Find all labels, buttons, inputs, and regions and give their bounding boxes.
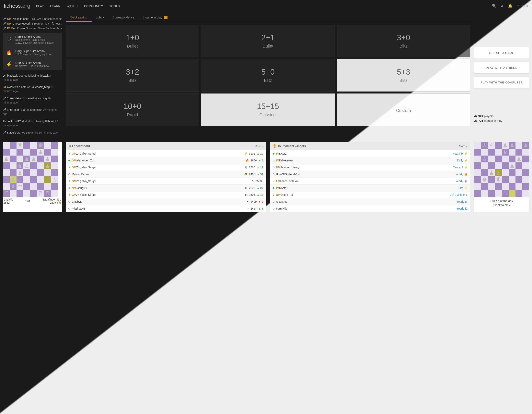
board-square	[51, 183, 58, 190]
streamer-item[interactable]: 🎤 NM ChessNetwork Streamer !Team [Chess.…	[3, 21, 62, 26]
nav-community[interactable]: COMMUNITY	[84, 4, 103, 8]
board-square	[30, 183, 37, 190]
feed-item[interactable]: 🎤 Eric Rosen started streaming 27 minute…	[3, 108, 61, 116]
leaderboard-row[interactable]: ✦GM Zhigalko_Sergei🐰 2765 ▲ 11	[66, 164, 266, 171]
board-square: ♟	[502, 142, 509, 149]
leaderboard-more[interactable]: More »	[255, 145, 263, 148]
leaderboard-row[interactable]: ✦GM Zhigalko_Sergei⚡ 3101 ▲ 10	[66, 150, 266, 157]
pairing-cell[interactable]: 5+0Blitz	[201, 59, 335, 92]
feed-item[interactable]: Dr_blablabla started following thibault …	[3, 74, 61, 82]
winner-row[interactable]: FarmvilleYearly ⚃	[270, 205, 470, 212]
create-game-button[interactable]: CREATE A GAME	[474, 47, 529, 59]
nav-play[interactable]: PLAY	[36, 4, 44, 8]
leaderboard-row[interactable]: ✦GM Zhigalko_Sergei↖ 2523	[66, 178, 266, 185]
logo[interactable]: lichess.org	[4, 3, 30, 9]
board-square	[509, 169, 515, 176]
tab-lobby[interactable]: Lobby	[92, 13, 108, 22]
leaderboard-row[interactable]: ClasbyD⚑ 2499 ▼ 2	[66, 198, 266, 205]
board-square	[474, 156, 481, 162]
board-square	[495, 149, 502, 156]
board-square	[23, 149, 30, 156]
pairing-cell[interactable]: 15+15Classical	[201, 93, 335, 126]
board-square	[515, 149, 522, 156]
board-square	[522, 190, 529, 197]
board-square	[44, 142, 51, 149]
winner-row[interactable]: IM DrMelekessDaily ⚡	[270, 157, 470, 164]
leaderboard-row[interactable]: ✦GM Zhigalko_Sergei⚃ 2601 ▲ 17	[66, 192, 266, 198]
status-dot	[273, 160, 275, 161]
notification-icon[interactable]: 🔔	[508, 4, 512, 8]
leaderboard-row[interactable]: Fritzi_2003≡ 2417 ▲ 8	[66, 205, 266, 212]
winner-row[interactable]: BornOfGodAndVoidYearly 🔥	[270, 171, 470, 178]
nav-watch[interactable]: WATCH	[67, 4, 78, 8]
board-square	[488, 176, 495, 183]
play-computer-button[interactable]: PLAY WITH THE COMPUTER	[474, 77, 529, 88]
shield-icon: 🛡	[6, 36, 13, 43]
winner-row[interactable]: recastrovYearly ⊞	[270, 198, 470, 205]
search-icon[interactable]: 🔍	[492, 4, 496, 8]
tab-in-play[interactable]: 1 game in play 1	[139, 13, 172, 22]
pairing-cell[interactable]: 3+0Blitz	[337, 25, 470, 57]
pairing-cell[interactable]: Custom	[337, 93, 470, 126]
board-square	[44, 149, 51, 156]
board-square	[481, 169, 488, 176]
board-square	[51, 142, 58, 149]
pairing-cell[interactable]: 1+0Bullet	[66, 25, 199, 57]
nav-tools[interactable]: TOOLS	[109, 4, 120, 8]
board-square: ♟	[488, 169, 495, 176]
board-square	[495, 156, 502, 162]
board-square	[474, 190, 481, 197]
winner-row[interactable]: ✦LM Lance5500-Yo...Yearly 🐰	[270, 178, 470, 185]
pairing-cell[interactable]: 3+2Blitz	[66, 59, 199, 92]
feed-item[interactable]: 🎤 Sladgie started streaming 30 minutes a…	[3, 131, 61, 135]
board-square	[474, 149, 481, 156]
puzzle-of-day[interactable]: ♔♙♟♟♟♛♙♟♟♟♕♚♜♘ Puzzle of the dayBlack to…	[474, 142, 529, 212]
nav-learn[interactable]: LEARN	[50, 4, 61, 8]
streamer-item[interactable]: 🎤 IM Eric Rosen Streamer Team Battle on …	[3, 26, 62, 31]
board-square: ♟	[37, 149, 44, 156]
board-square	[515, 190, 522, 197]
board-square	[37, 162, 44, 169]
streamer-item[interactable]: 🎤 CM Kingscrusher FIDE CM Kingscrusher p…	[3, 17, 62, 21]
feed-item[interactable]: IM lovlas left a note on Takeback_King 1…	[3, 85, 61, 93]
status-dot	[273, 194, 275, 196]
board-square	[3, 176, 10, 183]
board-square	[37, 176, 44, 183]
winner-row[interactable]: NM Valera_B52019 Winter ○	[270, 192, 470, 198]
top-header: lichess.org PLAY LEARN WATCH COMMUNITY T…	[0, 0, 532, 12]
play-friend-button[interactable]: PLAY WITH A FRIEND	[474, 62, 529, 74]
username-menu[interactable]: thibault	[517, 4, 528, 8]
feed-item[interactable]: 🎤 ChessNetwork started streaming 19 minu…	[3, 96, 61, 105]
tournament-item[interactable]: ⚡U2000 Bullet Arena84 players • Playing …	[3, 58, 62, 70]
winner-row[interactable]: IM KAstarYearly H ⚡	[270, 150, 470, 157]
leaderboard-row[interactable]: NM Jasugi99⊞ 2832 ▲ 27	[66, 185, 266, 192]
board-square	[495, 142, 502, 149]
winners-more[interactable]: More »	[459, 145, 467, 148]
featured-game[interactable]: ♜♚♟♟♟♟♟♞♙♟♗♟♘♙♝♔♖♖♖ Ckaakk2682 1+0 Babaf…	[3, 142, 62, 212]
board-square: ♖	[44, 190, 51, 197]
pairing-cell[interactable]: 2+1Bullet	[201, 25, 335, 57]
pairing-cell[interactable]: 5+3Blitz	[337, 59, 470, 92]
feed-item[interactable]: Thetacticbot1234 started following thiba…	[3, 119, 61, 128]
pairing-cell[interactable]: 10+0Rapid	[66, 93, 199, 126]
board-square	[51, 162, 58, 169]
tab-correspondence[interactable]: Correspondence	[108, 13, 139, 22]
tab-quick-pairing[interactable]: Quick pairing	[66, 13, 92, 22]
leaderboard-row[interactable]: MaksimPanov🐢 2468 ▲ 31	[66, 171, 266, 178]
board-square	[488, 183, 495, 190]
challenge-icon[interactable]: ⚔	[501, 4, 504, 8]
status-dot	[273, 153, 275, 155]
tournament-item[interactable]: 🛡Rapid Shield ArenaBattle for the Rapid …	[3, 33, 62, 46]
winner-row[interactable]: NM Sviridov_ValeryYearly S ⚡	[270, 164, 470, 171]
status-dot	[68, 160, 70, 161]
board-square	[515, 176, 522, 183]
board-square	[481, 149, 488, 156]
leaderboard-row[interactable]: GM Alexander_Zu...🔥 2906 ▲ 6	[66, 157, 266, 164]
board-square	[502, 176, 509, 183]
board-square	[23, 169, 30, 176]
tournament-item[interactable]: 🔥Daily SuperBlitz Arena1,392 players • P…	[3, 46, 62, 58]
board-square: ♜	[495, 176, 502, 183]
board-square	[495, 183, 502, 190]
winner-row[interactable]: IM KAstarElite ⚡	[270, 185, 470, 192]
board-square	[3, 142, 10, 149]
